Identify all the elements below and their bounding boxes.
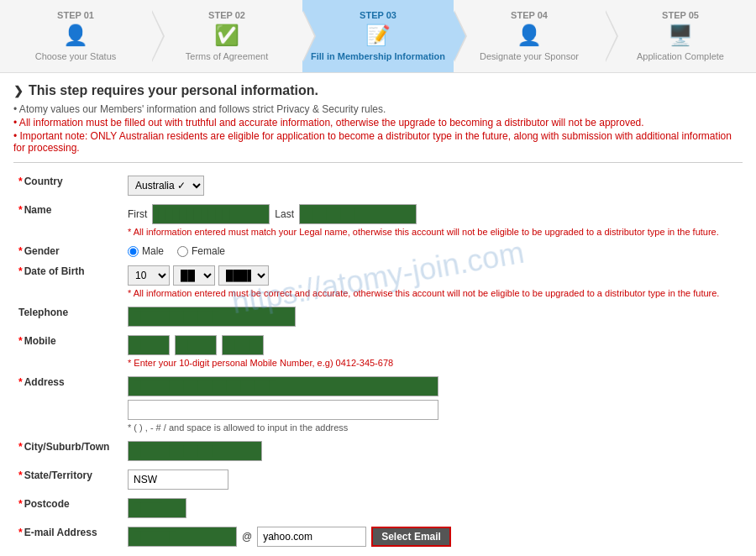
gender-row: *Gender Male Female (13, 241, 743, 261)
gender-field: Male Female (123, 241, 743, 261)
step-01[interactable]: STEP 01 👤 Choose your Status (0, 0, 151, 72)
main-content: ❯ This step requires your personal infor… (0, 73, 756, 556)
state-row: *State/Territory (13, 465, 743, 494)
name-field: First Last * All information entered mus… (123, 200, 743, 241)
note-2: • All information must be filled out wit… (13, 117, 743, 129)
postcode-input[interactable] (128, 498, 186, 518)
country-select[interactable]: Australia ✓ (128, 176, 204, 196)
gender-label: *Gender (13, 241, 123, 261)
country-label: *Country (13, 171, 123, 200)
mobile-part3[interactable] (222, 335, 264, 355)
email-domain[interactable] (257, 527, 366, 547)
name-label: *Name (13, 200, 123, 241)
city-field (123, 437, 743, 465)
state-field (123, 465, 743, 494)
postcode-field (123, 494, 743, 522)
state-input[interactable] (128, 469, 228, 490)
city-input[interactable] (128, 441, 262, 461)
postcode-label: *Postcode (13, 494, 123, 522)
address-field: * ( ) , - # / and space is allowed to in… (123, 372, 743, 437)
dob-year-select[interactable]: ████ (218, 265, 269, 286)
last-name-input[interactable] (299, 204, 417, 224)
name-row: *Name First Last * All information enter… (13, 200, 743, 241)
mobile-field: * Enter your 10-digit personal Mobile Nu… (123, 331, 743, 372)
telephone-input[interactable] (128, 307, 296, 327)
dob-field: 10 ██ ████ * All information entered mus… (123, 261, 743, 302)
email-username[interactable] (128, 527, 237, 547)
address-row: *Address * ( ) , - # / and space is allo… (13, 372, 743, 437)
membership-form: *Country Australia ✓ *Name First (13, 171, 743, 551)
mobile-label: *Mobile (13, 331, 123, 372)
first-label: First (128, 208, 147, 220)
telephone-field (123, 302, 743, 331)
step-02[interactable]: STEP 02 ✅ Terms of Agreement (151, 0, 302, 72)
step04-icon: 👤 (517, 24, 542, 47)
name-note: * All information entered must match you… (128, 227, 738, 237)
last-label: Last (275, 208, 294, 220)
note-3: • Important note: ONLY Australian reside… (13, 130, 743, 154)
mobile-part1[interactable] (128, 335, 170, 355)
address-line2[interactable] (128, 400, 438, 420)
email-row: *E-mail Address @ Select Email (13, 522, 743, 551)
stepper: STEP 01 👤 Choose your Status STEP 02 ✅ T… (0, 0, 756, 73)
note-1: • Atomy values our Members' information … (13, 103, 743, 115)
divider (13, 162, 743, 163)
step02-icon: ✅ (214, 24, 239, 47)
city-row: *City/Suburb/Town (13, 437, 743, 465)
dob-row: *Date of Birth 10 ██ ████ * Al (13, 261, 743, 302)
dob-month-select[interactable]: 10 (128, 265, 170, 286)
country-row: *Country Australia ✓ (13, 171, 743, 200)
state-label: *State/Territory (13, 465, 123, 494)
chevron-icon: ❯ (13, 84, 24, 97)
gender-male-option[interactable]: Male (128, 245, 164, 257)
dob-note: * All information entered must be correc… (128, 288, 738, 298)
postcode-row: *Postcode (13, 494, 743, 522)
mobile-note: * Enter your 10-digit personal Mobile Nu… (128, 358, 738, 368)
step05-icon: 🖥️ (668, 24, 693, 47)
section-title: ❯ This step requires your personal infor… (13, 83, 743, 98)
step01-icon: 👤 (63, 24, 88, 47)
select-email-button[interactable]: Select Email (371, 527, 451, 547)
dob-day-select[interactable]: ██ (173, 265, 215, 286)
step-04[interactable]: STEP 04 👤 Designate your Sponsor (454, 0, 605, 72)
step03-icon: 📝 (365, 24, 391, 47)
step-03[interactable]: STEP 03 📝 Fill in Membership Information (302, 0, 454, 72)
address-line1[interactable] (128, 376, 438, 396)
mobile-part2[interactable] (175, 335, 217, 355)
email-label: *E-mail Address (13, 522, 123, 551)
country-field: Australia ✓ (123, 171, 743, 200)
city-label: *City/Suburb/Town (13, 437, 123, 465)
first-name-input[interactable] (152, 204, 270, 224)
dob-label: *Date of Birth (13, 261, 123, 302)
telephone-row: Telephone (13, 302, 743, 331)
address-label: *Address (13, 372, 123, 437)
email-field: @ Select Email (123, 522, 743, 551)
mobile-row: *Mobile * Enter your 10-digit personal M… (13, 331, 743, 372)
address-note: * ( ) , - # / and space is allowed to in… (128, 422, 738, 433)
telephone-label: Telephone (13, 302, 123, 331)
step-05[interactable]: STEP 05 🖥️ Application Complete (605, 0, 756, 72)
gender-male-radio[interactable] (128, 246, 139, 257)
gender-female-option[interactable]: Female (177, 245, 225, 257)
gender-female-radio[interactable] (177, 246, 188, 257)
at-symbol: @ (242, 531, 252, 543)
